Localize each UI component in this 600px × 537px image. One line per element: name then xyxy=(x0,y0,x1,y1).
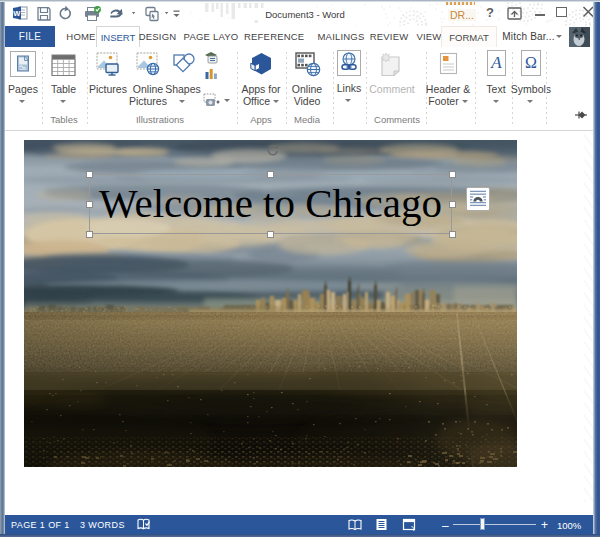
svg-text:W: W xyxy=(13,9,21,18)
